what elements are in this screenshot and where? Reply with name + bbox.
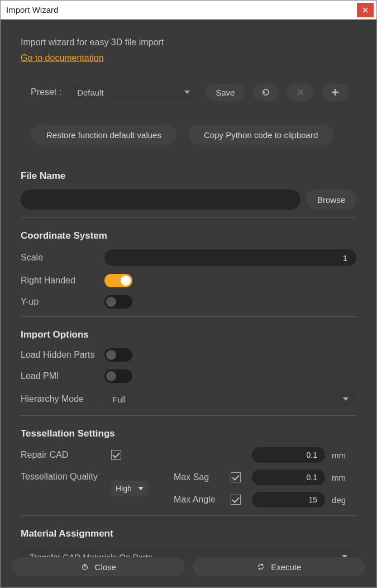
divider — [21, 415, 356, 416]
import-options-section-title: Import Options — [21, 329, 356, 340]
divider — [21, 217, 356, 218]
repair-cad-input[interactable]: 0.1 — [252, 447, 325, 463]
right-handed-toggle[interactable] — [104, 274, 132, 287]
action-buttons-row: Restore function default values Copy Pyt… — [31, 125, 356, 145]
browse-button[interactable]: Browse — [306, 189, 356, 210]
chevron-down-icon — [184, 91, 190, 94]
plus-icon — [331, 88, 340, 97]
close-button[interactable]: Close — [12, 557, 185, 576]
coord-section-title: Coordinate System — [21, 230, 356, 241]
tess-quality-value: High — [116, 484, 132, 493]
scale-label: Scale — [21, 253, 104, 263]
preset-label: Preset : — [31, 87, 61, 97]
intro-text: Import wizard for easy 3D file import — [21, 37, 356, 48]
hierarchy-label: Hierarchy Mode — [21, 394, 104, 404]
yup-toggle[interactable] — [104, 295, 132, 309]
scale-row: Scale 1 — [21, 249, 356, 266]
save-preset-button[interactable]: Save — [206, 83, 245, 101]
load-pmi-toggle[interactable] — [104, 369, 132, 383]
close-button-label: Close — [95, 562, 116, 572]
file-name-section-title: File Name — [21, 170, 356, 182]
material-section-title: Material Assignment — [21, 528, 356, 539]
repair-cad-checkbox[interactable] — [111, 450, 121, 460]
right-handed-row: Right Handed — [21, 274, 356, 287]
tess-grid: Repair CAD 0.1 mm Tessellation Quality H… — [21, 447, 356, 508]
delete-icon — [296, 88, 305, 97]
copy-python-button[interactable]: Copy Python code to clipboard — [188, 125, 333, 145]
scale-value: 1 — [343, 253, 347, 263]
close-window-button[interactable] — [357, 3, 374, 17]
max-angle-unit: deg — [332, 495, 356, 505]
tess-section-title: Tessellation Settings — [21, 428, 356, 439]
close-icon — [361, 6, 370, 15]
load-hidden-row: Load Hidden Parts — [21, 348, 356, 362]
repair-cad-label: Repair CAD — [21, 450, 104, 460]
chevron-down-icon — [138, 487, 144, 490]
max-angle-value: 15 — [308, 495, 317, 504]
load-pmi-label: Load PMI — [21, 371, 104, 381]
chevron-down-icon — [343, 397, 349, 401]
execute-button[interactable]: Execute — [193, 557, 366, 576]
dialog-body: Import wizard for easy 3D file import Go… — [1, 20, 376, 587]
load-pmi-row: Load PMI — [21, 369, 356, 383]
hierarchy-select[interactable]: Full — [104, 391, 356, 407]
file-row: Browse — [21, 189, 356, 210]
max-angle-label: Max Angle — [174, 495, 224, 505]
max-sag-input[interactable]: 0.1 — [252, 470, 325, 485]
scale-input[interactable]: 1 — [104, 249, 356, 266]
yup-label: Y-up — [21, 297, 104, 307]
divider — [21, 515, 356, 516]
repair-cad-unit: mm — [332, 451, 356, 460]
hierarchy-value: Full — [112, 395, 126, 404]
window-title: Import Wizard — [6, 5, 58, 15]
right-handed-label: Right Handed — [21, 276, 104, 286]
max-sag-label: Max Sag — [174, 472, 224, 482]
max-angle-checkbox[interactable] — [231, 495, 241, 505]
execute-button-label: Execute — [271, 562, 301, 572]
max-sag-unit: mm — [332, 473, 356, 482]
load-hidden-toggle[interactable] — [104, 348, 132, 362]
max-sag-checkbox[interactable] — [231, 472, 241, 482]
load-hidden-label: Load Hidden Parts — [21, 350, 104, 360]
refresh-icon — [261, 88, 270, 97]
max-angle-input[interactable]: 15 — [252, 492, 325, 508]
refresh-preset-button[interactable] — [252, 83, 279, 101]
max-sag-value: 0.1 — [307, 473, 317, 482]
yup-row: Y-up — [21, 295, 356, 309]
file-name-input[interactable] — [21, 189, 300, 210]
tess-quality-select[interactable]: High — [111, 481, 148, 496]
power-icon — [80, 562, 89, 571]
titlebar: Import Wizard — [1, 1, 376, 20]
import-wizard-window: Import Wizard Import wizard for easy 3D … — [0, 0, 377, 588]
add-preset-button[interactable] — [322, 83, 349, 101]
tess-quality-label: Tessellation Quality — [21, 470, 104, 482]
preset-row: Preset : Default Save — [31, 83, 356, 101]
repair-cad-value: 0.1 — [307, 451, 317, 459]
preset-value: Default — [77, 88, 104, 97]
documentation-link[interactable]: Go to documentation — [21, 53, 104, 63]
restore-defaults-button[interactable]: Restore function default values — [31, 125, 177, 145]
preset-select[interactable]: Default — [69, 83, 198, 101]
divider — [21, 316, 356, 317]
hierarchy-row: Hierarchy Mode Full — [21, 391, 356, 407]
delete-preset-button[interactable] — [287, 83, 314, 101]
footer: Close Execute — [1, 557, 376, 576]
refresh-icon — [256, 562, 265, 571]
